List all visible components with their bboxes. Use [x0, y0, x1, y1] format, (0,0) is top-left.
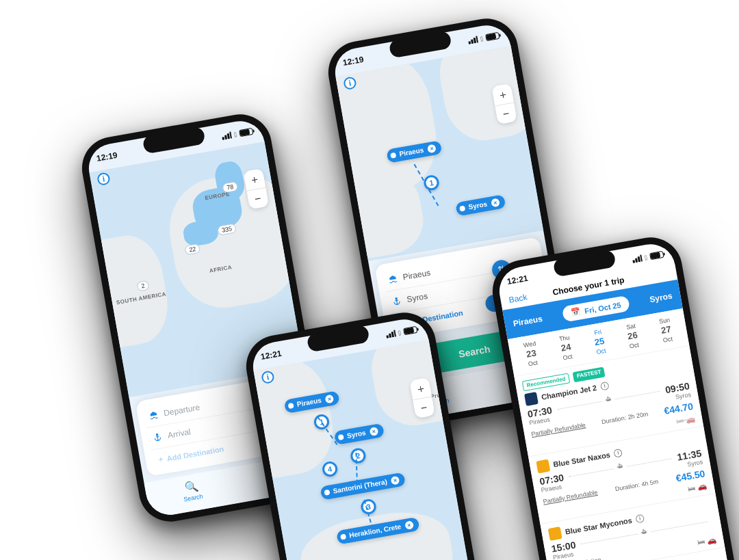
remove-pin-icon[interactable]: ×: [325, 395, 335, 404]
remove-pin-icon[interactable]: ×: [369, 427, 378, 436]
status-time: 12:19: [96, 150, 118, 163]
pin-santorini[interactable]: Santorini (Thera)×: [320, 472, 406, 500]
wifi-icon: 􀙇: [480, 35, 484, 42]
date-cell-selected[interactable]: Fri 25 Oct: [593, 328, 607, 356]
amenities-icons: 🛏 🚗: [675, 414, 696, 426]
waypoint-1[interactable]: 1: [423, 174, 440, 191]
pin-syros[interactable]: Syros×: [334, 423, 385, 445]
signal-icon: [632, 254, 643, 263]
ferry-icon: ⛴: [601, 394, 615, 403]
date-cell[interactable]: Sat 26 Oct: [625, 322, 640, 350]
amenities-icons: 🛏 🚗: [688, 481, 708, 494]
wifi-icon: 􀙇: [398, 329, 402, 336]
back-button[interactable]: Back: [508, 292, 528, 304]
waypoint-4[interactable]: 4: [321, 460, 338, 477]
battery-icon: [485, 32, 500, 41]
date-cell[interactable]: Wed 23 Oct: [523, 340, 540, 368]
operator-logo: [524, 392, 539, 406]
date-cell[interactable]: Thu 24 Oct: [558, 334, 573, 362]
status-time: 12:19: [342, 55, 365, 68]
trip-price: €44.70: [663, 401, 694, 416]
status-time: 12:21: [506, 274, 529, 286]
phone-results: 12:21 􀙇 Back Choose your 1 trip Piraeus …: [488, 232, 739, 560]
pin-syros[interactable]: Syros×: [455, 194, 506, 216]
ferry-icon: ⛴: [614, 462, 627, 471]
info-icon[interactable]: i: [635, 514, 645, 523]
operator-logo: [548, 526, 562, 541]
date-cell[interactable]: Sun 27 Oct: [658, 317, 674, 345]
anchor-icon: [152, 432, 163, 443]
ship-icon: [148, 410, 159, 421]
arrival-value: Syros: [406, 291, 428, 304]
waypoint-2[interactable]: 2: [350, 447, 367, 464]
info-icon[interactable]: i: [600, 381, 610, 390]
ferry-icon: ⛴: [638, 526, 651, 536]
wifi-icon: 􀙇: [233, 131, 237, 138]
tab-search[interactable]: 🔍 Search: [181, 479, 203, 503]
remove-pin-icon[interactable]: ×: [427, 144, 437, 153]
trip-price: €45.50: [675, 468, 706, 483]
status-time: 12:21: [260, 349, 283, 362]
signal-icon: [386, 330, 397, 338]
signal-icon: [468, 36, 479, 44]
departure-value: Piraeus: [402, 268, 432, 282]
battery-icon: [649, 251, 664, 260]
ship-icon: [387, 274, 398, 284]
results-list[interactable]: Recommended FASTEST Champion Jet 2 i 07:…: [514, 346, 736, 560]
route-from: Piraeus: [513, 314, 543, 328]
plus-icon: ＋: [156, 454, 165, 466]
remove-pin-icon[interactable]: ×: [491, 198, 500, 208]
signal-icon: [222, 131, 233, 139]
route-to: Syros: [649, 291, 673, 304]
route-map[interactable]: Piraeus× 1 Syros×: [335, 46, 543, 261]
search-icon: 🔍: [183, 479, 199, 494]
amenities-icons: 🛏 🚗: [697, 535, 717, 547]
calendar-icon: 📅: [571, 307, 582, 317]
info-icon[interactable]: i: [614, 448, 623, 457]
battery-icon: [403, 326, 417, 335]
remove-pin-icon[interactable]: ×: [391, 476, 400, 485]
wifi-icon: 􀙇: [644, 254, 648, 261]
battery-icon: [239, 128, 253, 137]
arrival-placeholder: Arrival: [167, 427, 192, 440]
remove-pin-icon[interactable]: ×: [404, 520, 414, 530]
operator-logo: [536, 459, 550, 473]
departure-placeholder: Departure: [163, 402, 200, 418]
date-selector-pill[interactable]: 📅 Fri, Oct 25: [562, 295, 630, 323]
anchor-icon: [391, 296, 402, 307]
